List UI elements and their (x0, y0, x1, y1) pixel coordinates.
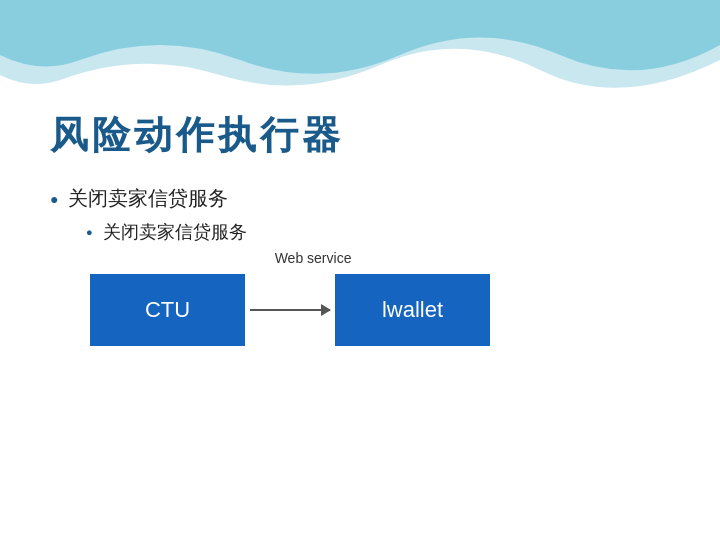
ctu-box: CTU (90, 274, 245, 346)
bullet-text-2: 关闭卖家信贷服务 (103, 220, 247, 244)
web-service-label: Web service (275, 250, 352, 266)
slide: 风险动作执行器 关闭卖家信贷服务 关闭卖家信贷服务 Web service CT… (0, 0, 720, 540)
lwallet-label: lwallet (382, 297, 443, 323)
slide-content: 风险动作执行器 关闭卖家信贷服务 关闭卖家信贷服务 Web service CT… (0, 0, 720, 366)
bullet-item-2: 关闭卖家信贷服务 (50, 220, 670, 244)
boxes-row: CTU lwallet (90, 274, 490, 346)
diagram-wrapper: Web service CTU lwallet (90, 274, 490, 346)
bullet-list: 关闭卖家信贷服务 关闭卖家信贷服务 (50, 185, 670, 244)
arrow-line (250, 309, 330, 311)
ctu-label: CTU (145, 297, 190, 323)
bullet-text-1: 关闭卖家信贷服务 (68, 185, 228, 212)
bullet-item-1: 关闭卖家信贷服务 (50, 185, 670, 212)
arrow-container (245, 309, 335, 311)
page-title: 风险动作执行器 (50, 110, 670, 161)
diagram-area: Web service CTU lwallet (50, 274, 670, 346)
lwallet-box: lwallet (335, 274, 490, 346)
